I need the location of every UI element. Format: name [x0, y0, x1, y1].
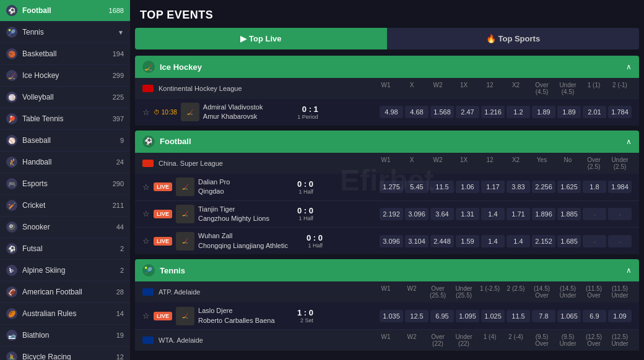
sidebar-item-tennis[interactable]: 🎾Tennis▼ [0, 22, 130, 43]
tabs: ▶ Top Live 🔥 Top Sports [135, 28, 639, 49]
odd-button[interactable]: 1.065 [557, 310, 581, 322]
odd-button[interactable]: 1.568 [430, 106, 454, 118]
odd-button[interactable]: 1.685 [557, 235, 581, 247]
odd-button[interactable]: 1.89 [557, 106, 581, 118]
odd-button[interactable]: 6.95 [430, 310, 454, 322]
favorite-star-icon[interactable]: ☆ [142, 236, 150, 246]
odd-button[interactable]: 3.104 [405, 235, 429, 247]
odd-button[interactable]: 1.2 [507, 106, 530, 118]
sidebar-item-ice-hockey[interactable]: 🏒Ice Hockey299 [0, 65, 130, 87]
odd-button[interactable]: 1.275 [380, 181, 403, 193]
odd-button[interactable]: 12.5 [405, 310, 429, 322]
odd-button[interactable]: 1.06 [456, 181, 479, 193]
sidebar-item-australian-rules[interactable]: 🏉Australian Rules14 [0, 303, 130, 325]
collapse-icon[interactable]: ∧ [626, 62, 632, 71]
odd-button[interactable]: 1.025 [481, 310, 505, 322]
sidebar-item-alpine-skiing[interactable]: ⛷Alpine Skiing2 [0, 260, 130, 281]
sport-icon: 🎿 [6, 330, 17, 341]
sidebar-item-table-tennis[interactable]: 🏓Table Tennis397 [0, 108, 130, 130]
sidebar-item-volleyball[interactable]: 🏐Volleyball225 [0, 87, 130, 108]
league-header: WTA. AdelaideW1W2Over (22)Under (22)1 (4… [135, 330, 639, 351]
odd-button[interactable]: - [583, 208, 606, 220]
chevron-down-icon: ▼ [118, 29, 124, 36]
sport-icon: 🏓 [6, 113, 17, 124]
odd-button[interactable]: - [608, 235, 632, 247]
sidebar: ⚽Football1688🎾Tennis▼🏀Basketball194🏒Ice … [0, 0, 130, 360]
odd-button[interactable]: 6.9 [583, 310, 606, 322]
odd-button[interactable]: 2.152 [532, 235, 555, 247]
odd-button[interactable]: 4.98 [380, 106, 403, 118]
sidebar-item-basketball[interactable]: 🏀Basketball194 [0, 43, 130, 65]
odd-button[interactable]: 1.17 [481, 181, 505, 193]
odd-button[interactable]: 1.4 [481, 208, 505, 220]
tab-top-live[interactable]: ▶ Top Live [135, 28, 387, 49]
team1-name: Wuhan Zall [198, 231, 288, 241]
odd-button[interactable]: 1.31 [456, 208, 479, 220]
sidebar-item-bicycle-racing[interactable]: 🚴Bicycle Racing12 [0, 346, 130, 360]
odd-button[interactable]: 1.216 [481, 106, 505, 118]
odd-button[interactable]: 2.01 [583, 106, 606, 118]
section-ice-hockey: 🏒Ice Hockey∧Kontinental Hockey LeagueW1X… [135, 56, 639, 126]
odd-button[interactable]: 1.59 [456, 235, 479, 247]
sport-count: 19 [116, 332, 124, 339]
column-label: Over (22) [426, 333, 450, 347]
sidebar-item-futsal[interactable]: ⚽Futsal2 [0, 238, 130, 260]
odd-button[interactable]: 1.71 [507, 208, 530, 220]
odd-button[interactable]: 3.096 [380, 235, 403, 247]
match-score-block: 0 : 01 Half [292, 233, 323, 249]
odd-button[interactable]: 4.68 [405, 106, 429, 118]
odd-button[interactable]: 1.89 [532, 106, 555, 118]
tab-top-sports[interactable]: 🔥 Top Sports [387, 28, 639, 49]
odd-button[interactable]: 1.4 [481, 235, 505, 247]
odd-button[interactable]: - [583, 235, 606, 247]
sport-count: 12 [116, 353, 124, 360]
team1-name: Dalian Pro [198, 178, 279, 187]
odd-button[interactable]: 2.192 [380, 208, 403, 220]
favorite-star-icon[interactable]: ☆ [142, 311, 150, 320]
favorite-star-icon[interactable]: ☆ [142, 108, 150, 117]
column-label: Yes [530, 156, 554, 170]
odd-button[interactable]: 1.885 [557, 208, 581, 220]
column-label: (9.5) Under [556, 333, 580, 347]
sidebar-item-baseball[interactable]: ⚾Baseball9 [0, 130, 130, 152]
odd-button[interactable]: 1.984 [608, 181, 632, 193]
column-label: W1 [374, 156, 398, 170]
match-teams: Wuhan ZallChongqing Liangjiang Athletic [198, 231, 288, 251]
sidebar-item-cricket[interactable]: 🏏Cricket211 [0, 195, 130, 216]
favorite-star-icon[interactable]: ☆ [142, 182, 150, 192]
odd-button[interactable]: 3.096 [405, 208, 429, 220]
odd-button[interactable]: 7.8 [532, 310, 555, 322]
odd-button[interactable]: 1.625 [557, 181, 581, 193]
column-label: 2 (-1) [608, 82, 632, 95]
column-label: 1 (1) [582, 82, 606, 95]
collapse-icon[interactable]: ∧ [626, 266, 632, 275]
odd-button[interactable]: 1.09 [608, 310, 632, 322]
collapse-icon[interactable]: ∧ [626, 137, 632, 146]
odd-button[interactable]: 2.47 [456, 106, 479, 118]
sidebar-item-american-football[interactable]: 🏈American Football28 [0, 281, 130, 303]
sport-name: Bicycle Racing [22, 353, 111, 360]
sidebar-item-handball[interactable]: 🤾Handball24 [0, 152, 130, 173]
sport-name: Ice Hockey [22, 71, 108, 80]
odd-button[interactable]: 1.8 [583, 181, 606, 193]
odd-button[interactable]: 2.256 [532, 181, 555, 193]
sidebar-item-biathlon[interactable]: 🎿Biathlon19 [0, 325, 130, 346]
sidebar-item-esports[interactable]: 🎮Esports290 [0, 173, 130, 195]
odd-button[interactable]: 2.448 [430, 235, 454, 247]
odd-button[interactable]: 11.5 [507, 310, 530, 322]
odd-button[interactable]: 3.64 [430, 208, 454, 220]
team2-name: Amur Khabarovsk [203, 112, 284, 121]
odd-button[interactable]: 1.784 [608, 106, 632, 118]
odd-button[interactable]: 1.095 [456, 310, 479, 322]
odd-button[interactable]: 1.035 [380, 310, 403, 322]
odd-button[interactable]: - [608, 208, 632, 220]
favorite-star-icon[interactable]: ☆ [142, 209, 150, 218]
odd-button[interactable]: 11.5 [430, 181, 454, 193]
odd-button[interactable]: 3.83 [507, 181, 530, 193]
odd-button[interactable]: 5.45 [405, 181, 429, 193]
sidebar-item-snooker[interactable]: 🎱Snooker44 [0, 216, 130, 238]
odd-button[interactable]: 1.4 [507, 235, 530, 247]
sidebar-item-football[interactable]: ⚽Football1688 [0, 0, 130, 22]
odd-button[interactable]: 1.896 [532, 208, 555, 220]
column-label: (12.5) Over [582, 333, 606, 347]
